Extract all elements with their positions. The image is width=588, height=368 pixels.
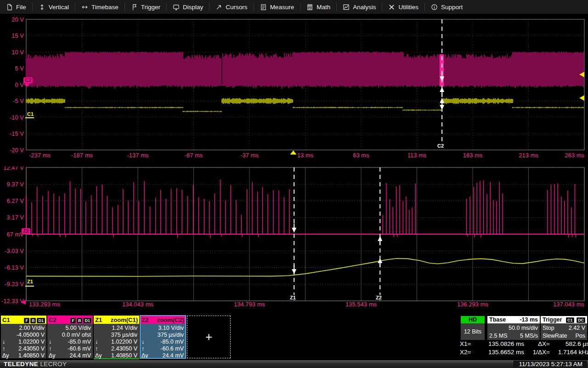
c1-zero-chip[interactable]: C1	[26, 111, 35, 117]
menu-trigger[interactable]: Trigger	[125, 0, 166, 14]
cursor-arrow	[378, 236, 382, 241]
main-waveform-grid[interactable]: 20 V15 V10 V5 V0 V-5 V-10 V-15 V-20 V-23…	[0, 17, 588, 160]
trace-param-row: 5.00 V/div	[49, 324, 91, 331]
tbase-samples: 2.5 MS	[489, 333, 508, 339]
trace-param-row: 375 µs/div	[141, 331, 184, 338]
bottom-x-axis-label: 134.793 ms	[234, 301, 265, 308]
timebase-box[interactable]: Tbase -13 ms 50.0 ms/div 2.5 MS 5 MS/s	[487, 316, 540, 340]
menu-label: File	[16, 4, 26, 11]
top-y-axis-label: 10 V	[11, 49, 24, 56]
top-y-axis-label: -20 V	[10, 147, 24, 154]
top-y-axis-label: 15 V	[11, 32, 24, 39]
top-x-axis-label: -187 ms	[71, 152, 93, 159]
trigger-time-marker[interactable]	[290, 150, 296, 155]
z2-zero-chip[interactable]: Z2	[22, 228, 30, 234]
menu-math[interactable]: Math	[300, 0, 336, 14]
brand-teledyne: TELEDYNE	[4, 361, 38, 368]
menu-label: Display	[183, 4, 203, 11]
dx-value: 582.6 µs	[550, 340, 588, 347]
dx-label: ΔX=	[524, 340, 550, 347]
badge-d1: D1	[37, 318, 45, 323]
bottom-y-axis-label: 3.17 V	[6, 214, 24, 221]
trigger-mode: Stop	[543, 325, 554, 331]
top-x-axis-label: -237 ms	[29, 152, 51, 159]
cursors-icon	[215, 4, 222, 11]
trace-descriptor-c1[interactable]: C1FBD12.00 V/div-4.05000 V↓1.02200 V↑2.4…	[1, 316, 46, 358]
trace-name: Z1	[95, 316, 102, 323]
trigger-type: SlewRate	[543, 333, 567, 339]
menu-analysis[interactable]: Analysis	[337, 0, 382, 14]
trace-name: C2	[49, 316, 57, 323]
top-x-axis-label: -87 ms	[185, 152, 203, 159]
zoom-source-label: zoom(C1)	[111, 316, 138, 323]
trace-descriptor-row: C1FBD12.00 V/div-4.05000 V↓1.02200 V↑2.4…	[1, 316, 186, 358]
trace-param-row: ↓1.02200 V	[2, 338, 45, 345]
top-y-axis-label: -15 V	[10, 130, 24, 137]
support-icon	[431, 4, 438, 11]
hd-title: HD	[461, 316, 485, 323]
zoom-waveform-grid[interactable]: 12.47 V9.37 V6.27 V3.17 V67 mV-3.03 V-6.…	[0, 167, 588, 310]
menu-utilities[interactable]: Utilities	[382, 0, 424, 14]
trace-param-row: 3.10 V/div	[141, 324, 184, 331]
oscilloscope-app: FileVerticalTimebaseTriggerDisplayCursor…	[0, 0, 588, 368]
c1-trace	[26, 98, 583, 112]
trace-param-row: 1.24 V/div	[95, 324, 137, 331]
trace-param-row: Δy24.4 mV	[49, 352, 91, 359]
trigger-box[interactable]: Trigger C1 DC Stop 2.42 V SlewRate Pos	[541, 316, 587, 340]
tbase-scale: 50.0 ms/div	[489, 324, 538, 332]
badge-trigger-source: C1	[566, 317, 574, 323]
trace-descriptor-c2[interactable]: C2FBD15.00 V/div0.0 mV ofst↓-85.0 mV↑-60…	[47, 316, 93, 358]
top-x-axis-label: 263 ms	[565, 152, 584, 159]
menu-bar: FileVerticalTimebaseTriggerDisplayCursor…	[0, 0, 588, 14]
menu-support[interactable]: Support	[425, 0, 469, 14]
trace-badges: FBD1	[69, 316, 91, 323]
trace-param-row: Δy1.40850 V	[2, 352, 45, 359]
menu-measure[interactable]: Measure	[254, 0, 300, 14]
trigger-level-marker[interactable]	[579, 95, 584, 101]
menu-label: Measure	[270, 4, 294, 11]
bottom-x-axis-label: 133.293 ms	[29, 301, 60, 308]
menu-cursors[interactable]: Cursors	[209, 0, 253, 14]
trace-param-row: ↓-85.0 mV	[141, 338, 184, 345]
z1-zero-chip[interactable]: Z1	[26, 279, 34, 285]
top-x-axis-label: 63 ms	[353, 152, 369, 159]
menu-file[interactable]: File	[0, 0, 32, 14]
trigger-badges: C1 DC	[565, 316, 585, 323]
top-x-axis-label: 163 ms	[463, 152, 483, 159]
add-trace-plus-icon: +	[205, 330, 212, 344]
menu-timebase[interactable]: Timebase	[75, 0, 124, 14]
x2-cursor-tag: Z2	[375, 295, 383, 300]
utilities-icon	[388, 4, 395, 11]
add-trace-button[interactable]: +	[187, 316, 231, 358]
menu-display[interactable]: Display	[167, 0, 209, 14]
brand-logo: TELEDYNE LECROY	[4, 361, 67, 368]
c2-zero-chip[interactable]: C2	[23, 77, 33, 83]
badge-trigger-coupling: DC	[577, 317, 585, 323]
trace-param-row: 2.00 V/div	[2, 324, 45, 331]
z2-trace	[26, 179, 576, 238]
bottom-y-axis-label: -12.33 V	[1, 298, 24, 305]
trace-descriptor-z1[interactable]: Z1zoom(C1)1.24 V/div375 µs/div↓1.02200 V…	[94, 316, 139, 358]
trigger-icon	[131, 4, 138, 11]
measure-icon	[260, 4, 267, 11]
menu-label: Math	[317, 4, 330, 11]
trigger-level: 2.42 V	[569, 325, 585, 331]
hd-bits: 12 Bits	[461, 323, 485, 340]
trace-param-row: ↓-85.0 mV	[49, 338, 91, 345]
top-y-axis-label: 0 V	[15, 81, 24, 88]
menu-vertical[interactable]: Vertical	[33, 0, 75, 14]
trace-param-row: -4.05000 V	[2, 331, 45, 338]
datetime: 11/13/2023 5:27:13 AM	[514, 361, 587, 368]
x1-label: X1=	[460, 340, 477, 347]
x2-value: 135.6652 ms	[477, 349, 524, 356]
cursor-arrow	[440, 87, 444, 92]
bottom-y-axis-label: 6.27 V	[6, 197, 24, 204]
hd-mode-box[interactable]: HD 12 Bits	[461, 316, 485, 340]
trace-param-row: Δy1.40850 V	[95, 352, 137, 359]
trace-descriptor-z2[interactable]: Z2zoom(C2)3.10 V/div375 µs/div↓-85.0 mV↑…	[140, 316, 186, 358]
menu-label: Cursors	[226, 4, 247, 11]
trace-param-row: ↑-60.6 mV	[141, 345, 184, 352]
trigger-slope: Pos	[575, 333, 585, 339]
bottom-y-axis-label: 12.47 V	[3, 167, 24, 171]
top-x-axis-label: 113 ms	[407, 152, 427, 159]
